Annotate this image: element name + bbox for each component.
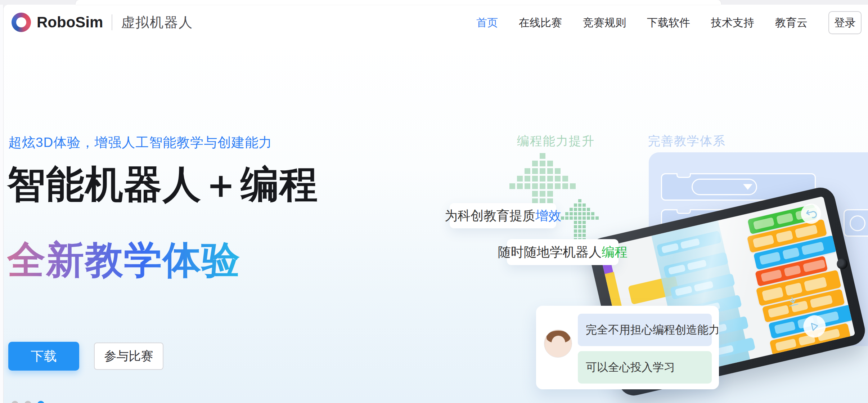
pixel-cell	[547, 176, 553, 182]
tag-quality-improvement: 为科创教育提质增效	[450, 203, 556, 228]
script-block-pill	[800, 351, 817, 363]
carousel-dots	[12, 401, 44, 403]
pixel-cell	[525, 168, 530, 174]
ghost-block-notch	[676, 173, 691, 178]
brand[interactable]: RoboSim 虚拟机器人	[12, 13, 193, 32]
ghost-circle	[850, 215, 865, 231]
palette-block-pill	[661, 243, 679, 254]
login-button[interactable]: 登录	[828, 11, 862, 34]
carousel-dot-0[interactable]	[12, 401, 18, 403]
download-button[interactable]: 下载	[8, 342, 79, 371]
tag-learn-anywhere: 随时随地学机器人编程	[507, 239, 619, 265]
tag2-text: 随时随地学机器人	[498, 243, 602, 261]
pixel-cell	[578, 203, 581, 207]
script-block-pill	[762, 287, 784, 301]
ghost-block	[844, 209, 868, 237]
pixel-cell	[578, 221, 581, 224]
join-competition-button[interactable]: 参与比赛	[94, 342, 163, 370]
nav-item-competition-rules[interactable]: 竞赛规则	[583, 15, 626, 30]
palette-block-pill	[680, 238, 700, 249]
label-teaching-system: 完善教学体系	[648, 133, 726, 149]
pixel-cell	[555, 183, 561, 189]
hero-title-line1: 智能机器人＋编程	[7, 160, 318, 209]
palette-block-pill	[668, 264, 686, 275]
script-block-pill	[761, 269, 782, 282]
script-block-pill	[795, 225, 818, 238]
dropdown-arrow-icon	[743, 184, 752, 190]
pixel-cell	[525, 183, 530, 189]
script-block-pill	[801, 242, 824, 255]
pixel-cell	[561, 216, 564, 220]
pixel-cell	[595, 216, 599, 220]
browser-chrome-strip	[0, 0, 868, 5]
page: RoboSim 虚拟机器人 首页 在线比赛 竞赛规则 下载软件 技术支持 教育云…	[4, 5, 868, 403]
pixel-cell	[583, 221, 586, 224]
hero-title-line2: 全新教学体验	[7, 235, 240, 285]
pixel-cell	[574, 203, 577, 207]
pixel-cell	[583, 225, 586, 228]
pixel-cell	[547, 191, 553, 197]
pixel-cell	[562, 183, 568, 189]
brand-name: RoboSim	[37, 14, 103, 31]
nav-item-online-competition[interactable]: 在线比赛	[519, 15, 562, 30]
pixel-cell	[555, 176, 561, 182]
nav-item-download-software[interactable]: 下载软件	[647, 15, 690, 30]
script-block-pill	[775, 339, 797, 351]
hero-section: 超炫3D体验，增强人工智能教学与创建能力 智能机器人＋编程 全新教学体验 下载 …	[4, 41, 868, 403]
script-block-pill	[776, 213, 793, 224]
pixel-cell	[574, 221, 577, 224]
pixel-cell	[583, 216, 586, 220]
pixel-cell	[540, 161, 545, 166]
pixel-cell	[574, 212, 577, 215]
script-block-pill	[759, 252, 781, 265]
chat-bubble-1: 完全不用担心编程创造能力	[578, 314, 712, 346]
nav-item-tech-support[interactable]: 技术支持	[711, 15, 754, 30]
browser-tab[interactable]	[76, 0, 721, 5]
script-block-pill	[753, 217, 775, 230]
pixel-cell	[591, 212, 594, 215]
pixel-cell	[532, 168, 538, 174]
pixel-cell	[540, 191, 545, 197]
landing-page: RoboSim 虚拟机器人 首页 在线比赛 竞赛规则 下载软件 技术支持 教育云…	[0, 0, 868, 403]
script-block-pill	[810, 295, 833, 308]
pixel-cell	[540, 183, 545, 189]
pixel-cell	[517, 176, 523, 182]
pixel-cell	[583, 208, 586, 211]
pixel-cell	[578, 225, 581, 228]
palette-block-pill	[694, 281, 714, 292]
nav-item-education-cloud[interactable]: 教育云	[775, 15, 808, 30]
pixel-cell	[570, 208, 573, 211]
pixel-cell	[583, 234, 586, 237]
nav-item-home[interactable]: 首页	[476, 15, 498, 30]
chat-bubble-2: 可以全心投入学习	[578, 351, 712, 384]
script-block-pill	[803, 259, 826, 272]
pixel-cell	[570, 212, 573, 215]
pixel-cell	[547, 161, 553, 166]
pixel-cell	[509, 183, 515, 189]
pixel-cell	[574, 208, 577, 211]
pixel-cell	[587, 208, 590, 211]
pixel-cell	[578, 199, 581, 202]
script-block-pill	[785, 282, 802, 296]
pixel-cell	[574, 229, 577, 233]
tag2-highlight: 编程	[602, 243, 628, 261]
pixel-cell	[583, 229, 586, 233]
script-block-pill	[819, 345, 842, 359]
pixel-cell	[578, 216, 581, 220]
window-left-edge	[0, 5, 4, 403]
script-block-pill	[774, 321, 796, 334]
pixel-cell	[532, 176, 538, 182]
pixel-cell	[578, 229, 581, 233]
carousel-dot-2[interactable]	[37, 401, 44, 403]
pixel-cell	[578, 234, 581, 237]
pixel-cell	[565, 216, 568, 220]
carousel-dot-1[interactable]	[24, 401, 31, 403]
testimonial-card: 完全不用担心编程创造能力 可以全心投入学习	[536, 306, 719, 389]
pixel-cell	[532, 191, 538, 197]
pixel-cell	[574, 234, 577, 237]
pixel-cell	[547, 183, 553, 189]
tag1-text: 为科创教育提质	[445, 207, 535, 225]
brand-divider	[112, 14, 112, 30]
pixel-cell	[574, 216, 577, 220]
script-block-pill	[784, 265, 801, 277]
